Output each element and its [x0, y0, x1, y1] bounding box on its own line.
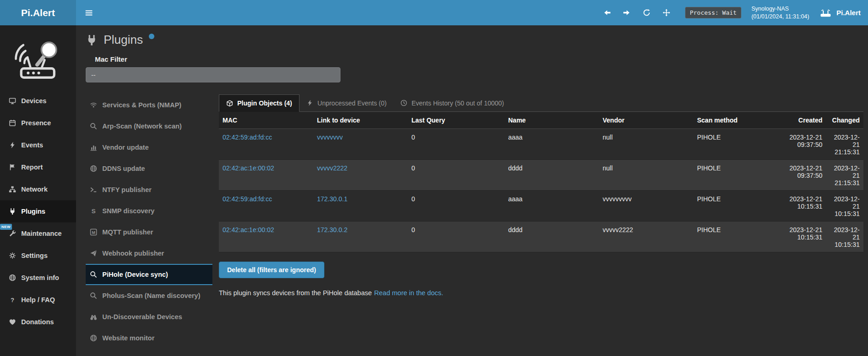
- device-link[interactable]: vvvvvvvv: [317, 134, 343, 141]
- docs-link[interactable]: Read more in the docs.: [374, 289, 443, 297]
- plugin-item-ntfy[interactable]: NTFY publisher: [86, 179, 212, 200]
- sidebar-item-network[interactable]: Network: [0, 178, 76, 200]
- sidebar-item-events[interactable]: Events: [0, 134, 76, 156]
- search-icon: [90, 271, 97, 278]
- column-header-scan-method: Scan method: [693, 112, 786, 129]
- plugin-item-ddns[interactable]: DDNS update: [86, 158, 212, 179]
- tab-events-history[interactable]: Events History (50 out of 10000): [393, 94, 511, 111]
- plugin-item-label: NTFY publisher: [102, 186, 152, 193]
- column-header-last-query: Last Query: [408, 112, 504, 129]
- plugin-item-website-monitor[interactable]: Website monitor: [86, 327, 212, 349]
- page-header: Plugins: [86, 33, 863, 47]
- created-cell: 2023-12-21 10:15:31: [786, 222, 826, 252]
- vendor-cell: vvvvvvvvv: [599, 191, 693, 222]
- router-magnifier-logo: [12, 35, 65, 83]
- plugin-item-label: MQTT publisher: [102, 228, 153, 236]
- sidebar-item-devices[interactable]: Devices: [0, 90, 76, 112]
- mac-link[interactable]: 02:42:59:ad:fd:cc: [223, 134, 272, 141]
- plugin-item-undiscoverable[interactable]: Un-Discoverable Devices: [86, 306, 212, 327]
- sidebar-item-help-faq[interactable]: ? Help / FAQ: [0, 289, 76, 311]
- topbar-nav-icons: [603, 9, 670, 17]
- globe-icon: [90, 165, 97, 172]
- plugin-item-pihole[interactable]: PiHole (Device sync): [86, 264, 212, 285]
- plugin-item-webhook[interactable]: Webhook publisher: [86, 243, 212, 264]
- cube-icon: [226, 100, 233, 107]
- last-query-cell: 0: [408, 129, 504, 160]
- globe-icon: [9, 274, 16, 281]
- sidebar-item-label: Help / FAQ: [21, 296, 55, 303]
- last-query-cell: 0: [408, 160, 504, 191]
- plugin-item-arpscan[interactable]: Arp-Scan (Network scan): [86, 116, 212, 137]
- brand-logo[interactable]: Pi.Alert: [0, 0, 76, 25]
- created-cell: 2023-12-21 10:15:31: [786, 191, 826, 222]
- table-row: 02:42:59:ad:fd:cc 172.30.0.1 0 aaaa vvvv…: [219, 191, 863, 222]
- pialert-logo-icon: [819, 8, 832, 18]
- network-icon: [9, 186, 16, 193]
- column-header-mac: MAC: [219, 112, 313, 129]
- last-query-cell: 0: [408, 222, 504, 252]
- sidebar-item-label: Network: [21, 186, 47, 193]
- plugin-item-mqtt[interactable]: M MQTT publisher: [86, 222, 212, 243]
- svg-text:M: M: [92, 230, 95, 235]
- plugin-item-label: DDNS update: [102, 165, 145, 172]
- table-header-row: MAC Link to device Last Query Name Vendo…: [219, 112, 863, 129]
- sidebar-item-presence[interactable]: Presence: [0, 112, 76, 134]
- sidebar-toggle-button[interactable]: [76, 0, 102, 25]
- device-link[interactable]: 172.30.0.1: [317, 195, 347, 203]
- sidebar-item-donations[interactable]: Donations: [0, 311, 76, 333]
- changed-cell: 2023-12-21 21:15:31: [826, 129, 863, 160]
- refresh-icon[interactable]: [643, 9, 651, 17]
- device-link[interactable]: vvvvv2222: [317, 164, 347, 172]
- plugins-info-badge[interactable]: [149, 34, 154, 39]
- plugin-item-label: Webhook publisher: [102, 250, 164, 257]
- sidebar-item-report[interactable]: Report: [0, 156, 76, 178]
- app-name: Pi.Alert: [836, 9, 861, 17]
- last-query-cell: 0: [408, 191, 504, 222]
- mac-filter-input[interactable]: [86, 67, 340, 82]
- vendor-cell: null: [599, 129, 693, 160]
- snmp-icon: S: [90, 207, 97, 215]
- move-icon[interactable]: [663, 9, 670, 17]
- device-link[interactable]: 172.30.0.2: [317, 226, 347, 233]
- sidebar-item-maintenance[interactable]: NEW Maintenance: [0, 222, 76, 245]
- devices-icon: [9, 97, 16, 105]
- column-header-created: Created: [786, 112, 826, 129]
- delete-all-button[interactable]: Delete all (filters are ignored): [219, 262, 324, 278]
- sidebar-item-settings[interactable]: Settings: [0, 245, 76, 267]
- plugin-item-label: Website monitor: [102, 334, 154, 342]
- plugin-item-pholus[interactable]: Pholus-Scan (Name discovery): [86, 285, 212, 306]
- gear-icon: [9, 252, 16, 259]
- sidebar-item-label: Plugins: [21, 208, 45, 215]
- mac-link[interactable]: 02:42:ac:1e:00:02: [223, 164, 274, 172]
- scan-method-cell: PIHOLE: [693, 160, 786, 191]
- back-arrow-icon[interactable]: [603, 9, 611, 17]
- plugin-description-text: This plugin syncs devices from the PiHol…: [219, 289, 372, 297]
- plugin-item-nmap[interactable]: Services & Ports (NMAP): [86, 94, 212, 116]
- flag-icon: [9, 163, 16, 171]
- sidebar-item-system-info[interactable]: System info: [0, 267, 76, 289]
- plugin-item-snmp[interactable]: S SNMP discovery: [86, 200, 212, 222]
- name-cell: aaaa: [504, 129, 599, 160]
- question-icon: ?: [9, 296, 16, 303]
- changed-cell: 2023-12-21 10:15:31: [826, 191, 863, 222]
- scan-method-cell: PIHOLE: [693, 191, 786, 222]
- column-header-vendor: Vendor: [599, 112, 693, 129]
- topbar-right: Process: Wait Synology-NAS (01/01/2024, …: [603, 0, 868, 25]
- sidebar: Devices Presence Events Report Network P…: [0, 25, 76, 356]
- created-cell: 2023-12-21 09:37:50: [786, 160, 826, 191]
- svg-text:?: ?: [11, 297, 14, 303]
- host-info: Synology-NAS (01/01/2024, 11:31:04): [751, 5, 809, 21]
- bolt-icon: [306, 99, 313, 106]
- mac-link[interactable]: 02:42:59:ad:fd:cc: [223, 195, 272, 203]
- sidebar-item-label: Donations: [21, 318, 54, 326]
- forward-arrow-icon[interactable]: [623, 9, 631, 17]
- sidebar-item-plugins[interactable]: Plugins: [0, 200, 76, 222]
- plugin-item-vendor-update[interactable]: Vendor update: [86, 137, 212, 158]
- calendar-icon: [9, 119, 16, 127]
- mac-link[interactable]: 02:42:ac:1e:00:02: [223, 226, 274, 233]
- scan-method-cell: PIHOLE: [693, 129, 786, 160]
- sidebar-item-label: Devices: [21, 97, 47, 105]
- tab-plugin-objects[interactable]: Plugin Objects (4): [219, 94, 299, 112]
- sidebar-item-label: System info: [21, 274, 59, 281]
- tab-unprocessed-events[interactable]: Unprocessed Events (0): [299, 94, 393, 111]
